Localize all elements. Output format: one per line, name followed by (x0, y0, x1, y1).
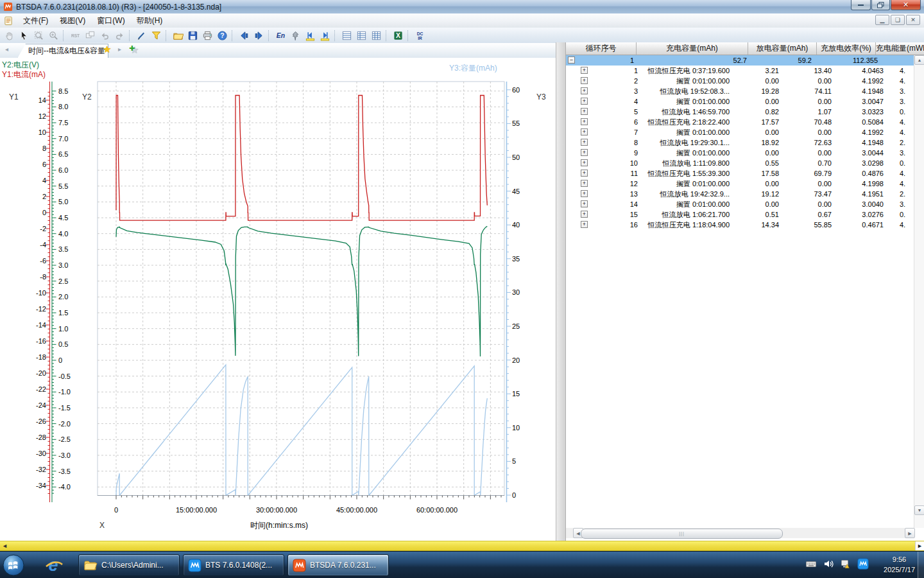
close-button[interactable]: ✕ (891, 0, 921, 10)
panel-splitter[interactable] (556, 42, 566, 541)
step-voltage: 3.0040 (566, 199, 884, 209)
language-en-button[interactable]: En (273, 29, 288, 42)
step-row[interactable]: +13恒流放电 19:42:32.9...19.1273.474.19512. (566, 189, 914, 199)
mdi-close-button[interactable]: ✕ (906, 15, 920, 25)
svg-text:0: 0 (58, 356, 62, 364)
minimize-button[interactable] (851, 0, 871, 10)
col-charge-energy[interactable]: 充电能量(mWh) (876, 42, 924, 55)
cycle-list-button[interactable] (339, 29, 354, 42)
step-row[interactable]: +16恒流恒压充电 1:18:04.90014.3455.850.46714. (566, 220, 914, 230)
step-row[interactable]: +1恒流恒压充电 0:37:19.6003.2113.404.04634. (566, 66, 914, 76)
record-list-button[interactable] (369, 29, 384, 42)
save-button[interactable] (185, 29, 200, 42)
status-left-arrow-icon[interactable]: ◄ (2, 541, 8, 550)
menu-view[interactable]: 视图(V) (54, 13, 91, 28)
svg-text:-4.0: -4.0 (58, 483, 71, 491)
favorite-star-icon[interactable]: ★ (103, 44, 111, 55)
show-desktop-button[interactable] (918, 552, 924, 578)
svg-text:-20: -20 (36, 369, 46, 377)
step-row[interactable]: +12搁置 0:01:00.0000.000.004.19984. (566, 179, 914, 189)
taskbar-clock[interactable]: 9:56 2025/7/17 (884, 554, 915, 575)
status-right-arrow-icon[interactable]: ► (915, 541, 924, 550)
taskbar-button-bts-7-6-0-1408-2-[interactable]: BTS 7.6.0.1408(2... (183, 554, 284, 576)
start-button[interactable] (2, 554, 25, 577)
add-view-button[interactable]: ★ ✚ (130, 44, 142, 56)
mdi-restore-button[interactable]: ❏ (891, 15, 905, 25)
step-voltage: 4.1992 (566, 76, 884, 86)
document-icon[interactable] (4, 16, 13, 26)
menu-help[interactable]: 帮助(H) (131, 13, 169, 28)
table-horizontal-scrollbar[interactable]: ◀ ▶ (566, 528, 914, 538)
dcir-button[interactable]: DCIR (413, 29, 427, 42)
title-bar[interactable]: BTSDA 7.6.0.231(2018.08.10) (R3) - [2400… (0, 0, 924, 14)
scrollbar-thumb[interactable] (581, 529, 783, 539)
filter-button[interactable] (149, 29, 164, 42)
record-list-icon (371, 30, 382, 41)
step-row[interactable]: +5恒流放电 1:46:59.7000.821.073.03230. (566, 107, 914, 117)
step-row[interactable]: +9搁置 0:01:00.0000.000.003.00443. (566, 148, 914, 158)
restore-button[interactable] (871, 0, 890, 10)
svg-text:6.5: 6.5 (58, 150, 68, 158)
export-excel-button[interactable]: X (391, 29, 406, 42)
close-icon: ✕ (903, 1, 909, 9)
col-charge-capacity[interactable]: 充电容量(mAh) (637, 42, 748, 55)
prev-page-icon (239, 30, 250, 41)
step-row[interactable]: +14搁置 0:01:00.0000.000.003.00403. (566, 199, 914, 209)
step-list-button[interactable] (354, 29, 369, 42)
svg-text:-28: -28 (36, 434, 46, 441)
svg-text:-2: -2 (40, 225, 46, 232)
step-row[interactable]: +6恒流恒压充电 2:18:22.40017.5770.480.50844. (566, 117, 914, 127)
tray-network-icon[interactable] (840, 558, 851, 572)
btsda-window: BTSDA 7.6.0.231(2018.08.10) (R3) - [2400… (0, 0, 924, 578)
open-file-button[interactable] (171, 29, 185, 42)
step-row[interactable]: +11恒流恒压充电 1:55:39.30017.5869.790.48764. (566, 168, 914, 179)
prev-page-button[interactable] (237, 29, 252, 42)
next-page-button[interactable] (252, 29, 266, 42)
menu-window[interactable]: 窗口(W) (91, 13, 130, 28)
svg-text:60:00:00.000: 60:00:00.000 (416, 506, 458, 514)
pin-icon (290, 30, 301, 41)
chart-canvas[interactable]: 14121086420-2-4-6-8-10-12-14-16-18-20-22… (0, 58, 556, 541)
taskbar-button-btsda-7-6-0-231-[interactable]: BTSDA 7.6.0.231... (287, 554, 389, 576)
internet-explorer-icon[interactable]: e (44, 555, 64, 575)
step-row[interactable]: +7搁置 0:01:00.0000.000.004.19924. (566, 127, 914, 137)
table-vertical-scrollbar[interactable]: ▲ ▼ (914, 55, 924, 528)
step-row[interactable]: +2搁置 0:01:00.0000.000.004.19924. (566, 76, 914, 86)
tab-scroll-left-icon[interactable]: ◂ (5, 46, 8, 53)
col-cycle-no[interactable]: 循环序号 (566, 42, 637, 55)
scroll-right-icon[interactable]: ▶ (905, 528, 915, 538)
tray-mw-blue-icon[interactable] (857, 558, 869, 572)
tab-scroll-right-icon[interactable]: ▸ (118, 46, 121, 53)
tray-keyboard-icon[interactable] (805, 558, 817, 572)
step-voltage: 3.0047 (566, 96, 884, 107)
col-efficiency[interactable]: 充放电效率(%) (817, 42, 876, 55)
select-button[interactable] (17, 29, 31, 42)
svg-text:2: 2 (42, 193, 46, 200)
step-row[interactable]: +8恒流放电 19:29:30.1...18.9272.634.19482. (566, 137, 914, 148)
tab-time-current-voltage-capacity[interactable]: 时间--电流&电压&容量 (17, 44, 108, 58)
scroll-up-icon[interactable]: ▲ (914, 55, 924, 65)
step-row[interactable]: +10恒流放电 1:11:09.8000.550.703.02980. (566, 158, 914, 168)
menu-file[interactable]: 文件(F) (17, 13, 54, 28)
print-button[interactable] (200, 29, 215, 42)
marker-prev-button[interactable] (303, 29, 318, 42)
plot-area[interactable] (98, 82, 504, 496)
curve-settings-button[interactable] (134, 29, 149, 42)
col-discharge-capacity[interactable]: 放电容量(mAh) (748, 42, 817, 55)
pin-button[interactable] (288, 29, 303, 42)
step-row[interactable]: +3恒流放电 19:52:08.3...19.2874.114.19483. (566, 86, 914, 96)
toolbar-separator (129, 30, 132, 41)
svg-text:7.0: 7.0 (58, 135, 68, 143)
scroll-down-icon[interactable]: ▼ (914, 505, 924, 515)
help-button[interactable]: ? (215, 29, 230, 42)
svg-text:25: 25 (512, 322, 520, 330)
step-row[interactable]: +4搁置 0:01:00.0000.000.003.00473. (566, 96, 914, 107)
step-energy-partial: 4. (900, 179, 914, 189)
marker-next-button[interactable] (318, 29, 332, 42)
mdi-minimize-button[interactable]: ▁ (875, 15, 889, 25)
taskbar-button-c-users-admini-[interactable]: C:\Users\Admini... (78, 554, 180, 576)
tray-speaker-icon[interactable] (823, 558, 834, 572)
y3-axis: 051015202530354045505560 (507, 82, 520, 502)
step-row[interactable]: +15恒流放电 1:06:21.7000.510.673.02760. (566, 209, 914, 220)
cycle-row[interactable]: −152.759.2112.355 (566, 55, 914, 66)
